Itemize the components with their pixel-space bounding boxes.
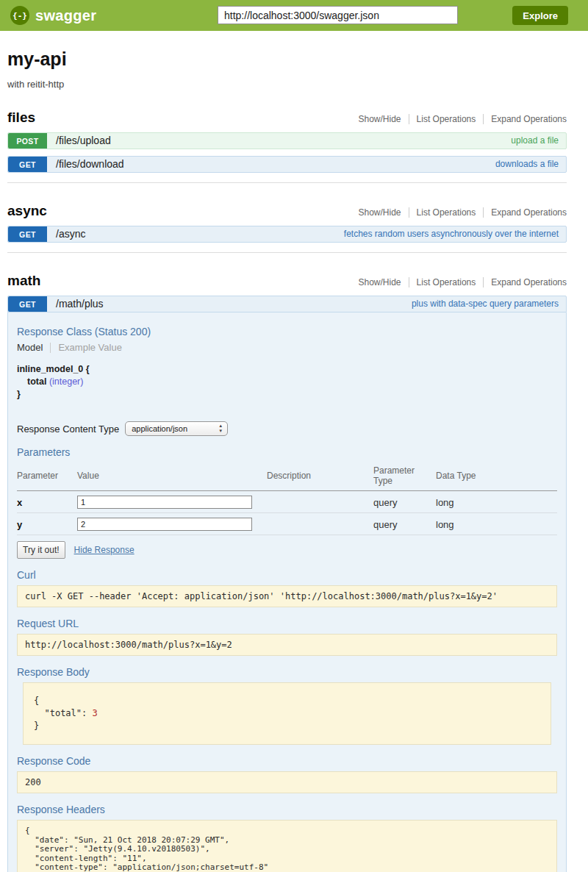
show-hide-link[interactable]: Show/Hide	[359, 207, 409, 218]
response-headers-line: "server": "Jetty(9.4.10.v20180503)",	[25, 844, 210, 854]
endpoint-row-get-async[interactable]: GET /async fetches random users asynchro…	[7, 226, 567, 243]
method-badge[interactable]: GET	[8, 226, 47, 242]
param-name: x	[17, 497, 22, 508]
show-hide-link[interactable]: Show/Hide	[359, 114, 409, 124]
response-class-heading: Response Class (Status 200)	[17, 326, 557, 337]
tab-model[interactable]: Model	[17, 342, 50, 353]
api-subtitle: with reitit-http	[7, 79, 567, 90]
endpoint-summary[interactable]: downloads a file	[495, 157, 566, 172]
response-body-close: }	[34, 721, 39, 731]
col-header-parameter-type: Parameter Type	[373, 462, 436, 491]
parameters-heading: Parameters	[17, 446, 557, 458]
param-y-input[interactable]	[77, 518, 252, 531]
col-header-parameter: Parameter	[17, 462, 77, 491]
param-x-input[interactable]	[77, 496, 252, 509]
brand-name: swagger	[35, 7, 96, 24]
response-body-open: {	[34, 696, 39, 706]
endpoint-summary[interactable]: fetches random users asynchronously over…	[344, 226, 566, 242]
model-open-line: inline_model_0 {	[17, 363, 557, 376]
select-arrows-icon: ▲▼	[218, 424, 223, 434]
expand-operations-link[interactable]: Expand Operations	[483, 277, 567, 287]
method-badge[interactable]: POST	[8, 133, 47, 149]
col-header-value: Value	[77, 462, 267, 491]
logo-glyph: {-}	[12, 11, 27, 21]
section-async: async Show/Hide List Operations Expand O…	[7, 203, 567, 253]
tab-example-value[interactable]: Example Value	[51, 342, 121, 353]
section-title-async[interactable]: async	[7, 203, 47, 219]
param-type: query	[373, 497, 398, 508]
param-data-type: long	[436, 497, 454, 508]
list-operations-link[interactable]: List Operations	[409, 114, 484, 124]
response-headers-box: { "date": "Sun, 21 Oct 2018 20:07:29 GMT…	[17, 820, 557, 872]
response-content-type-label: Response Content Type	[17, 424, 119, 435]
param-row-y: y query long	[17, 513, 557, 535]
model-close-line: }	[17, 388, 557, 401]
response-code-value: 200	[17, 771, 557, 793]
method-badge[interactable]: GET	[8, 157, 47, 172]
response-body-box: { "total": 3 }	[23, 682, 551, 745]
response-body-heading: Response Body	[17, 666, 557, 678]
method-badge[interactable]: GET	[8, 296, 47, 312]
col-header-description: Description	[267, 462, 373, 491]
swagger-url-input[interactable]	[218, 6, 458, 24]
swagger-brand[interactable]: {-} swagger	[10, 6, 96, 25]
param-name: y	[17, 519, 22, 530]
request-url-value: http://localhost:3000/math/plus?x=1&y=2	[17, 634, 557, 656]
model-field-name: total	[27, 376, 46, 387]
try-it-out-button[interactable]: Try it out!	[17, 541, 65, 559]
app-header: {-} swagger Explore	[0, 0, 588, 31]
param-row-x: x query long	[17, 491, 557, 513]
expand-operations-link[interactable]: Expand Operations	[483, 114, 567, 124]
model-tabs: Model Example Value	[17, 342, 557, 353]
response-content-type-row: Response Content Type application/json ▲…	[17, 421, 557, 436]
page-content: my-api with reitit-http files Show/Hide …	[7, 49, 567, 872]
section-title-files[interactable]: files	[7, 110, 35, 126]
param-type: query	[373, 519, 398, 530]
section-math: math Show/Hide List Operations Expand Op…	[7, 273, 567, 872]
param-data-type: long	[436, 519, 454, 530]
show-hide-link[interactable]: Show/Hide	[359, 277, 409, 287]
response-headers-line: "date": "Sun, 21 Oct 2018 20:07:29 GMT",	[25, 835, 229, 845]
expand-operations-link[interactable]: Expand Operations	[483, 207, 567, 218]
response-content-type-select[interactable]: application/json ▲▼	[125, 421, 228, 436]
col-header-data-type: Data Type	[436, 462, 557, 491]
curl-command: curl -X GET --header 'Accept: applicatio…	[17, 585, 557, 607]
model-field: total (integer)	[17, 376, 557, 388]
api-title: my-api	[7, 49, 567, 70]
list-operations-link[interactable]: List Operations	[409, 207, 484, 218]
section-files: files Show/Hide List Operations Expand O…	[7, 110, 567, 183]
response-body-key: "total":	[34, 708, 92, 718]
response-headers-line: "content-type": "application/json;charse…	[25, 862, 268, 872]
endpoint-summary[interactable]: upload a file	[511, 133, 566, 149]
parameters-table: Parameter Value Description Parameter Ty…	[17, 462, 557, 535]
response-headers-line: "content-length": "11",	[25, 854, 147, 863]
operation-detail-panel: Response Class (Status 200) Model Exampl…	[7, 312, 567, 872]
response-content-type-value: application/json	[132, 424, 187, 433]
endpoint-path[interactable]: /async	[47, 226, 85, 242]
explore-button[interactable]: Explore	[512, 6, 568, 25]
hide-response-link[interactable]: Hide Response	[74, 545, 135, 555]
endpoint-row-get-files-download[interactable]: GET /files/download downloads a file	[7, 156, 567, 173]
list-operations-link[interactable]: List Operations	[409, 277, 484, 287]
endpoint-path[interactable]: /files/upload	[47, 133, 111, 149]
endpoint-path[interactable]: /math/plus	[47, 296, 104, 312]
response-headers-line: {	[25, 826, 30, 835]
swagger-logo-icon: {-}	[10, 6, 29, 25]
curl-heading: Curl	[17, 569, 557, 581]
endpoint-path[interactable]: /files/download	[47, 157, 124, 172]
endpoint-row-post-files-upload[interactable]: POST /files/upload upload a file	[7, 132, 567, 149]
response-body-value: 3	[92, 708, 97, 718]
section-title-math[interactable]: math	[7, 273, 40, 289]
request-url-heading: Request URL	[17, 618, 557, 629]
response-code-heading: Response Code	[17, 755, 557, 767]
model-field-type: (integer)	[49, 376, 84, 387]
endpoint-row-get-math-plus[interactable]: GET /math/plus plus with data-spec query…	[7, 296, 567, 312]
endpoint-summary[interactable]: plus with data-spec query parameters	[412, 296, 566, 312]
model-signature: inline_model_0 { total (integer) }	[17, 363, 557, 401]
response-headers-heading: Response Headers	[17, 804, 557, 815]
